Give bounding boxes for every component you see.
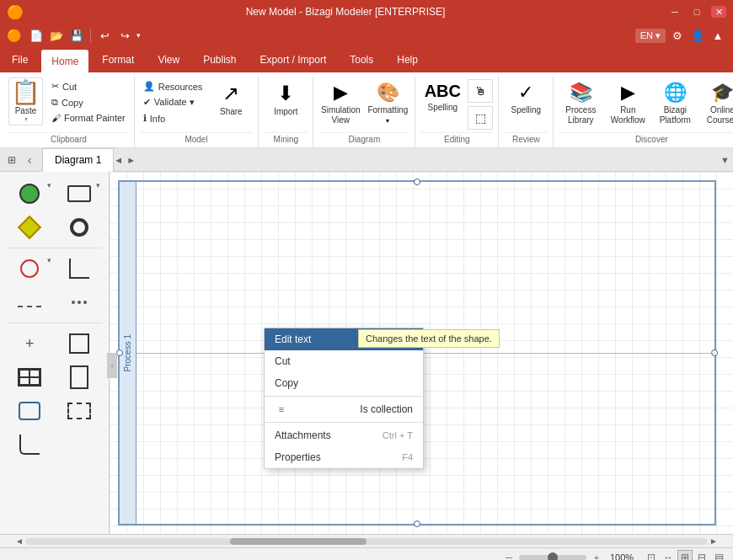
paste-button[interactable]: 📋 Paste ▾ (8, 77, 43, 125)
menu-file[interactable]: File (0, 47, 40, 72)
menu-publish[interactable]: Publish (191, 47, 248, 72)
context-menu-cut[interactable]: Cut (265, 350, 423, 372)
copy-button[interactable]: ⧉ Copy (48, 95, 129, 109)
plus-shape[interactable]: + (7, 328, 53, 359)
context-menu-copy[interactable]: Copy (265, 372, 423, 394)
save-button[interactable]: 💾 (68, 27, 85, 44)
gateway-shape[interactable] (7, 212, 53, 243)
cursor-tool-button[interactable]: 🖱 (468, 79, 493, 103)
dashed-flow-shape[interactable] (7, 287, 53, 317)
menu-view[interactable]: View (146, 47, 191, 72)
horizontal-scrollbar[interactable]: ◄ ► (0, 534, 733, 547)
maximize-button[interactable]: □ (689, 6, 704, 18)
menu-home[interactable]: Home (41, 50, 88, 72)
view-grid-button[interactable]: ⊟ (694, 550, 709, 561)
resources-button[interactable]: 👤 Resources (140, 79, 206, 93)
validate-button[interactable]: ✔ Validate ▾ (140, 95, 206, 109)
open-button[interactable]: 📂 (48, 27, 65, 44)
context-menu-attachments[interactable]: Attachments Ctrl + T (265, 424, 423, 446)
document-shape[interactable] (56, 362, 103, 392)
cut-label: Cut (62, 82, 77, 92)
cursor-tools: 🖱 ⬚ (468, 77, 493, 130)
context-menu-properties[interactable]: Properties F4 (265, 446, 423, 468)
undo-button[interactable]: ↩ (96, 27, 113, 44)
lane-content[interactable] (136, 182, 714, 524)
ctx-separator-2 (265, 422, 423, 423)
scroll-track[interactable] (25, 538, 708, 545)
spelling-button[interactable]: ABC Spelling (420, 77, 464, 130)
dashed-rect-shape[interactable] (56, 396, 103, 426)
scroll-left-arrow[interactable]: ◄ (13, 536, 25, 547)
settings-icon[interactable]: ⚙ (669, 27, 686, 44)
language-selector[interactable]: EN ▾ (635, 29, 666, 43)
zoom-in-button[interactable]: + (590, 551, 603, 561)
menu-format[interactable]: Format (90, 47, 146, 72)
menu-help[interactable]: Help (385, 47, 430, 72)
zoom-slider[interactable] (519, 555, 586, 560)
annotation-shape[interactable] (56, 287, 103, 317)
redo-button[interactable]: ↪ (116, 27, 133, 44)
fit-page-button[interactable]: ⊡ (644, 550, 659, 561)
scroll-thumb[interactable] (230, 538, 366, 545)
bizagi-platform-button[interactable]: 🌐 Bizagi Platform (653, 77, 697, 130)
tab-scroll-right[interactable]: ► (126, 155, 136, 165)
rounded-corner-shape[interactable] (7, 429, 53, 460)
simulation-view-button[interactable]: ▶ SimulationView (318, 77, 362, 130)
fit-width-button[interactable]: ↔ (661, 550, 676, 561)
ribbon-group-review: ✓ Spelling Review (499, 76, 554, 147)
scroll-right-arrow[interactable]: ► (708, 536, 720, 547)
diagram-scroll-right[interactable]: ▼ (720, 155, 733, 165)
end-event-shape[interactable] (56, 212, 103, 243)
zoom-out-button[interactable]: ─ (502, 551, 516, 561)
menu-bar: File Home Format View Publish Export / I… (0, 47, 733, 72)
intermediate-event-shape[interactable]: ▾ (7, 253, 53, 284)
context-menu-is-collection[interactable]: ≡ Is collection (265, 398, 423, 420)
pool-shape[interactable] (56, 328, 103, 359)
actual-size-button[interactable]: ⊞ (677, 550, 693, 561)
shapes-panel-toggle[interactable]: ⊞ (3, 152, 20, 168)
import-button[interactable]: ⬇ Import (264, 77, 308, 130)
process-library-button[interactable]: 📚 ProcessLibrary (559, 77, 602, 130)
ribbon-group-mining: ⬇ Import Mining (259, 76, 313, 147)
view-mode-button[interactable]: ▤ (711, 550, 726, 561)
editing-group-label: Editing (420, 132, 493, 146)
canvas-area[interactable]: Process 1 Edit text F2 Cut Copy (110, 172, 733, 534)
diagram-tab[interactable]: Diagram 1 (42, 148, 114, 172)
collapse-ribbon-icon[interactable]: ▲ (709, 27, 726, 44)
editing-content: ABC Spelling 🖱 ⬚ (420, 77, 493, 132)
info-button[interactable]: ℹ Info (140, 111, 206, 125)
tab-scroll-left[interactable]: ◄ (114, 155, 123, 165)
selection-handle-left[interactable] (116, 349, 123, 356)
share-button[interactable]: ↗ Share (209, 77, 253, 130)
format-painter-button[interactable]: 🖌 Format Painter (48, 111, 129, 125)
table-shape[interactable] (7, 362, 53, 392)
import-icon: ⬇ (277, 82, 294, 105)
zoom-slider-thumb[interactable] (548, 552, 558, 561)
run-workflow-button[interactable]: ▶ RunWorkflow (606, 77, 650, 130)
format-painter-label: Format Painter (64, 113, 126, 123)
shape-divider-2 (7, 323, 102, 323)
close-button[interactable]: ✕ (711, 6, 726, 18)
minimize-button[interactable]: ─ (667, 6, 682, 18)
cut-button[interactable]: ✂ Cut (48, 79, 129, 93)
panel-collapse-button[interactable]: ‹ (107, 353, 117, 378)
diagram-content: ▶ SimulationView 🎨 Formatting ▾ (318, 77, 409, 132)
menu-export-import[interactable]: Export / Import (249, 47, 339, 72)
new-button[interactable]: 📄 (28, 27, 45, 44)
task-shape[interactable]: ▾ (56, 179, 103, 209)
corner-flow-shape[interactable] (56, 253, 103, 284)
spell-check-button[interactable]: ✓ Spelling (504, 77, 548, 130)
tab-prev-button[interactable]: ‹ (20, 151, 39, 169)
user-icon[interactable]: 👤 (689, 27, 706, 44)
title-bar-controls: ─ □ ✕ (667, 6, 726, 18)
qa-dropdown-button[interactable]: ▾ (136, 31, 141, 40)
online-courses-button[interactable]: 🎓 OnlineCourses (700, 77, 733, 130)
ctx-separator-1 (265, 396, 423, 397)
select-tool-button[interactable]: ⬚ (468, 106, 493, 130)
menu-tools[interactable]: Tools (338, 47, 385, 72)
run-workflow-icon: ▶ (621, 82, 635, 104)
db-shape[interactable] (7, 396, 53, 426)
is-collection-label: Is collection (360, 403, 413, 415)
start-event-shape[interactable]: ▾ (7, 179, 53, 209)
formatting-button[interactable]: 🎨 Formatting ▾ (366, 77, 409, 130)
